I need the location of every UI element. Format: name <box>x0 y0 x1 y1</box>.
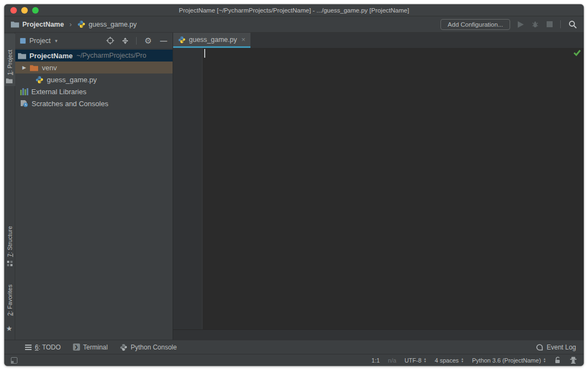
hide-panel-icon[interactable]: — <box>160 36 167 45</box>
inspection-profile-icon[interactable] <box>569 357 577 364</box>
minimize-window-button[interactable] <box>21 7 28 14</box>
window-title: ProjectName [~/PycharmProjects/ProjectNa… <box>4 7 584 14</box>
tree-row-venv[interactable]: ▶ venv <box>15 62 173 73</box>
tool-window-stripe: 1: Project 7: Structure 2: Favorites ★ <box>4 33 15 340</box>
navigation-bar: ProjectName › guess_game.py Add Configur… <box>4 16 584 33</box>
toolbar-divider <box>560 20 561 28</box>
excluded-folder-icon <box>30 64 38 71</box>
tree-row-guess-game[interactable]: guess_game.py <box>15 73 173 85</box>
status-widgets: 1:1 n/a UTF-8 ▲▼ 4 spaces ▲▼ Python 3.6 … <box>371 357 577 364</box>
tree-item-name: venv <box>42 64 57 72</box>
editor-breadcrumbs-bar <box>173 329 584 340</box>
editor-area: guess_game.py × <box>173 33 584 340</box>
close-window-button[interactable] <box>10 7 17 14</box>
terminal-icon: ❯ <box>73 344 80 351</box>
expand-arrow-icon[interactable]: ▶ <box>22 65 26 70</box>
bottom-tool-window-bar: 6: TODO ❯ Terminal Python Console Event … <box>4 340 584 354</box>
tree-row-external-libraries[interactable]: External Libraries <box>15 85 173 97</box>
folder-icon <box>18 52 26 59</box>
tree-item-name: Scratches and Consoles <box>32 100 108 108</box>
run-toolbar: Add Configuration... <box>440 19 577 30</box>
close-icon[interactable]: × <box>241 36 246 43</box>
tool-window-quick-access-icon[interactable] <box>11 357 17 364</box>
tree-row-project-root[interactable]: ProjectName ~/PycharmProjects/Pro <box>15 50 173 62</box>
project-stripe-folder-icon[interactable] <box>6 78 13 83</box>
status-bar: 1:1 n/a UTF-8 ▲▼ 4 spaces ▲▼ Python 3.6 … <box>4 354 584 366</box>
stripe-tab-project[interactable]: 1: Project <box>7 50 13 75</box>
search-everywhere-icon[interactable] <box>568 20 577 29</box>
editor-tab-guess-game[interactable]: guess_game.py × <box>173 33 250 48</box>
indent-widget[interactable]: 4 spaces ▲▼ <box>435 357 464 364</box>
locate-file-icon[interactable] <box>106 36 114 45</box>
line-separator-widget: n/a <box>388 357 396 364</box>
stop-icon[interactable] <box>547 21 553 27</box>
breadcrumb-project[interactable]: ProjectName <box>22 21 64 28</box>
event-log-icon <box>536 344 543 351</box>
python-console-tool-button[interactable]: Python Console <box>120 344 177 351</box>
interpreter-widget[interactable]: Python 3.6 (ProjectName) ▲▼ <box>472 357 546 364</box>
collapse-all-icon[interactable] <box>122 38 128 44</box>
caret-position-widget[interactable]: 1:1 <box>371 357 379 364</box>
project-tree: ProjectName ~/PycharmProjects/Pro ▶ venv… <box>15 49 173 340</box>
zoom-window-button[interactable] <box>32 7 39 14</box>
traffic-lights <box>10 7 39 14</box>
project-tool-window: Project ▾ ⚙ — <box>15 33 173 340</box>
chevron-updown-icon: ▲▼ <box>543 358 546 363</box>
scratches-icon <box>20 100 28 107</box>
stripe-tab-structure[interactable]: 7: Structure <box>7 226 13 257</box>
lock-icon[interactable] <box>554 357 561 364</box>
tree-item-name: guess_game.py <box>47 76 97 84</box>
inspections-ok-icon[interactable] <box>573 50 581 56</box>
event-log-button[interactable]: Event Log <box>536 344 576 351</box>
project-view-icon <box>20 38 26 44</box>
project-panel-header: Project ▾ ⚙ — <box>15 33 173 49</box>
main-area: 1: Project 7: Structure 2: Favorites ★ P… <box>4 33 584 340</box>
tree-item-path: ~/PycharmProjects/Pro <box>76 52 146 59</box>
tree-row-scratches[interactable]: Scratches and Consoles <box>15 97 173 109</box>
chevron-updown-icon: ▲▼ <box>461 358 464 363</box>
todo-tool-button[interactable]: 6: TODO <box>25 344 61 351</box>
tree-item-name: ProjectName <box>29 52 72 60</box>
breadcrumb-file[interactable]: guess_game.py <box>89 21 137 28</box>
pycharm-window: ProjectName [~/PycharmProjects/ProjectNa… <box>4 4 584 366</box>
panel-toolbar-divider <box>136 37 137 45</box>
structure-stripe-icon[interactable] <box>7 261 9 263</box>
title-bar: ProjectName [~/PycharmProjects/ProjectNa… <box>4 4 584 16</box>
external-libraries-icon <box>20 88 28 95</box>
stripe-tab-favorites[interactable]: 2: Favorites <box>7 285 13 316</box>
encoding-widget[interactable]: UTF-8 ▲▼ <box>405 357 427 364</box>
breadcrumb: ProjectName › guess_game.py <box>11 20 137 28</box>
project-view-selector[interactable]: Project ▾ <box>20 37 57 45</box>
favorites-star-icon[interactable]: ★ <box>6 325 13 332</box>
folder-icon <box>11 21 19 28</box>
python-file-icon <box>35 76 44 84</box>
terminal-tool-button[interactable]: ❯ Terminal <box>73 344 108 351</box>
editor-caret <box>204 49 205 58</box>
project-view-label: Project <box>29 37 51 45</box>
python-console-icon <box>120 344 127 351</box>
chevron-updown-icon: ▲▼ <box>424 358 426 363</box>
run-icon[interactable] <box>518 21 524 28</box>
code-editor[interactable] <box>173 48 584 329</box>
project-panel-toolbar: ⚙ — <box>106 36 167 45</box>
editor-gutter[interactable] <box>173 48 203 329</box>
breadcrumb-separator-icon: › <box>69 20 71 28</box>
debug-icon[interactable] <box>531 21 539 28</box>
tree-item-name: External Libraries <box>32 88 87 96</box>
python-file-icon <box>77 20 85 28</box>
todo-list-icon <box>25 345 32 350</box>
chevron-down-icon: ▾ <box>55 38 58 44</box>
python-file-icon <box>178 36 186 44</box>
gear-icon[interactable]: ⚙ <box>145 37 152 45</box>
editor-tab-bar: guess_game.py × <box>173 33 584 48</box>
tab-label: guess_game.py <box>189 36 237 44</box>
add-configuration-button[interactable]: Add Configuration... <box>440 19 510 30</box>
